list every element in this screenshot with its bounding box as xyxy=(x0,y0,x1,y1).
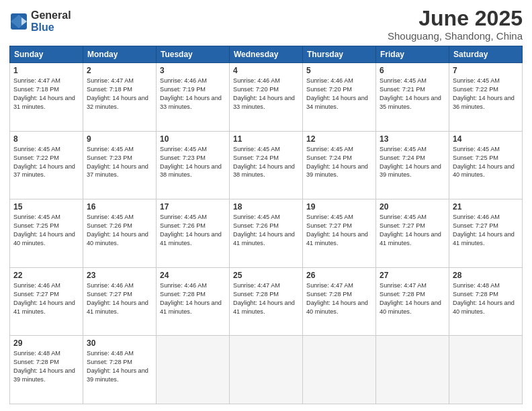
day-info: Sunrise: 4:46 AMSunset: 7:19 PMDaylight:… xyxy=(160,77,226,111)
day-info: Sunrise: 4:46 AMSunset: 7:20 PMDaylight:… xyxy=(233,77,299,111)
calendar-cell: 5Sunrise: 4:46 AMSunset: 7:20 PMDaylight… xyxy=(303,63,376,132)
day-info: Sunrise: 4:45 AMSunset: 7:27 PMDaylight:… xyxy=(306,213,372,248)
title-block: June 2025 Shouguang, Shandong, China xyxy=(388,7,523,42)
day-number: 11 xyxy=(233,134,299,144)
calendar-cell: 2Sunrise: 4:47 AMSunset: 7:18 PMDaylight… xyxy=(83,63,157,132)
day-info: Sunrise: 4:46 AMSunset: 7:27 PMDaylight:… xyxy=(87,281,152,316)
day-number: 25 xyxy=(233,271,299,280)
th-saturday: Saturday xyxy=(449,46,523,63)
calendar-cell: 12Sunrise: 4:45 AMSunset: 7:24 PMDayligh… xyxy=(303,131,376,199)
day-number: 18 xyxy=(233,202,299,212)
day-number: 7 xyxy=(453,66,519,75)
calendar-cell: 22Sunrise: 4:46 AMSunset: 7:27 PMDayligh… xyxy=(10,267,83,336)
calendar-cell xyxy=(230,336,303,404)
calendar-cell: 29Sunrise: 4:48 AMSunset: 7:28 PMDayligh… xyxy=(10,336,83,404)
day-number: 29 xyxy=(13,338,79,348)
day-number: 5 xyxy=(306,66,372,75)
calendar-cell: 23Sunrise: 4:46 AMSunset: 7:27 PMDayligh… xyxy=(83,267,157,336)
day-info: Sunrise: 4:47 AMSunset: 7:28 PMDaylight:… xyxy=(380,281,445,316)
calendar-cell: 19Sunrise: 4:45 AMSunset: 7:27 PMDayligh… xyxy=(303,199,376,268)
calendar-cell: 14Sunrise: 4:45 AMSunset: 7:25 PMDayligh… xyxy=(449,131,523,199)
calendar-cell: 27Sunrise: 4:47 AMSunset: 7:28 PMDayligh… xyxy=(376,267,449,336)
day-number: 21 xyxy=(453,202,519,212)
day-number: 26 xyxy=(306,271,372,280)
day-number: 8 xyxy=(13,134,79,144)
day-info: Sunrise: 4:48 AMSunset: 7:28 PMDaylight:… xyxy=(453,281,519,316)
calendar-cell: 4Sunrise: 4:46 AMSunset: 7:20 PMDaylight… xyxy=(230,63,303,132)
calendar-cell: 9Sunrise: 4:45 AMSunset: 7:23 PMDaylight… xyxy=(83,131,157,199)
calendar-cell xyxy=(376,336,449,404)
calendar-week-2: 8Sunrise: 4:45 AMSunset: 7:22 PMDaylight… xyxy=(10,131,523,199)
day-number: 12 xyxy=(306,134,372,144)
day-number: 15 xyxy=(13,202,79,212)
th-thursday: Thursday xyxy=(303,46,376,63)
calendar-week-3: 15Sunrise: 4:45 AMSunset: 7:25 PMDayligh… xyxy=(10,199,523,268)
day-info: Sunrise: 4:48 AMSunset: 7:28 PMDaylight:… xyxy=(13,349,79,384)
day-info: Sunrise: 4:47 AMSunset: 7:18 PMDaylight:… xyxy=(87,77,152,111)
day-info: Sunrise: 4:46 AMSunset: 7:27 PMDaylight:… xyxy=(13,281,79,316)
day-number: 16 xyxy=(87,202,152,212)
day-info: Sunrise: 4:45 AMSunset: 7:21 PMDaylight:… xyxy=(380,77,445,111)
calendar-week-1: 1Sunrise: 4:47 AMSunset: 7:18 PMDaylight… xyxy=(10,63,523,132)
day-info: Sunrise: 4:45 AMSunset: 7:26 PMDaylight:… xyxy=(87,213,152,248)
th-wednesday: Wednesday xyxy=(230,46,303,63)
day-number: 13 xyxy=(380,134,445,144)
calendar-cell: 20Sunrise: 4:45 AMSunset: 7:27 PMDayligh… xyxy=(376,199,449,268)
day-info: Sunrise: 4:45 AMSunset: 7:25 PMDaylight:… xyxy=(453,145,519,180)
day-info: Sunrise: 4:47 AMSunset: 7:18 PMDaylight:… xyxy=(13,77,79,111)
day-info: Sunrise: 4:45 AMSunset: 7:23 PMDaylight:… xyxy=(160,145,226,180)
calendar-cell xyxy=(157,336,230,404)
day-info: Sunrise: 4:46 AMSunset: 7:28 PMDaylight:… xyxy=(160,281,226,316)
calendar-cell: 11Sunrise: 4:45 AMSunset: 7:24 PMDayligh… xyxy=(230,131,303,199)
day-info: Sunrise: 4:45 AMSunset: 7:22 PMDaylight:… xyxy=(13,145,79,180)
calendar-cell: 28Sunrise: 4:48 AMSunset: 7:28 PMDayligh… xyxy=(449,267,523,336)
location: Shouguang, Shandong, China xyxy=(388,30,523,42)
day-number: 17 xyxy=(160,202,226,212)
calendar-cell: 6Sunrise: 4:45 AMSunset: 7:21 PMDaylight… xyxy=(376,63,449,132)
day-info: Sunrise: 4:45 AMSunset: 7:25 PMDaylight:… xyxy=(13,213,79,248)
calendar-week-5: 29Sunrise: 4:48 AMSunset: 7:28 PMDayligh… xyxy=(10,336,523,404)
day-number: 23 xyxy=(87,271,152,280)
logo-blue: Blue xyxy=(31,21,71,34)
day-info: Sunrise: 4:45 AMSunset: 7:22 PMDaylight:… xyxy=(453,77,519,111)
calendar-cell: 21Sunrise: 4:46 AMSunset: 7:27 PMDayligh… xyxy=(449,199,523,268)
day-number: 4 xyxy=(233,66,299,75)
th-friday: Friday xyxy=(376,46,449,63)
calendar-cell: 25Sunrise: 4:47 AMSunset: 7:28 PMDayligh… xyxy=(230,267,303,336)
day-info: Sunrise: 4:45 AMSunset: 7:23 PMDaylight:… xyxy=(87,145,152,180)
day-number: 27 xyxy=(380,271,445,280)
calendar-cell: 15Sunrise: 4:45 AMSunset: 7:25 PMDayligh… xyxy=(10,199,83,268)
day-number: 14 xyxy=(453,134,519,144)
calendar-cell: 8Sunrise: 4:45 AMSunset: 7:22 PMDaylight… xyxy=(10,131,83,199)
day-number: 2 xyxy=(87,66,152,75)
th-sunday: Sunday xyxy=(10,46,83,63)
day-number: 6 xyxy=(380,66,445,75)
day-info: Sunrise: 4:45 AMSunset: 7:27 PMDaylight:… xyxy=(380,213,445,248)
day-info: Sunrise: 4:47 AMSunset: 7:28 PMDaylight:… xyxy=(306,281,372,316)
day-number: 10 xyxy=(160,134,226,144)
day-info: Sunrise: 4:45 AMSunset: 7:26 PMDaylight:… xyxy=(160,213,226,248)
day-info: Sunrise: 4:45 AMSunset: 7:24 PMDaylight:… xyxy=(306,145,372,180)
calendar-cell: 7Sunrise: 4:45 AMSunset: 7:22 PMDaylight… xyxy=(449,63,523,132)
calendar-cell: 1Sunrise: 4:47 AMSunset: 7:18 PMDaylight… xyxy=(10,63,83,132)
logo: General Blue xyxy=(9,9,71,33)
calendar-table: Sunday Monday Tuesday Wednesday Thursday… xyxy=(9,46,523,404)
calendar-cell xyxy=(449,336,523,404)
day-number: 28 xyxy=(453,271,519,280)
day-info: Sunrise: 4:46 AMSunset: 7:27 PMDaylight:… xyxy=(453,213,519,248)
th-tuesday: Tuesday xyxy=(157,46,230,63)
day-info: Sunrise: 4:47 AMSunset: 7:28 PMDaylight:… xyxy=(233,281,299,316)
calendar-week-4: 22Sunrise: 4:46 AMSunset: 7:27 PMDayligh… xyxy=(10,267,523,336)
logo-general: General xyxy=(31,9,71,21)
th-monday: Monday xyxy=(83,46,157,63)
calendar-cell: 18Sunrise: 4:45 AMSunset: 7:26 PMDayligh… xyxy=(230,199,303,268)
calendar-cell: 13Sunrise: 4:45 AMSunset: 7:24 PMDayligh… xyxy=(376,131,449,199)
day-number: 9 xyxy=(87,134,152,144)
calendar-cell: 17Sunrise: 4:45 AMSunset: 7:26 PMDayligh… xyxy=(157,199,230,268)
day-number: 1 xyxy=(13,66,79,75)
calendar-cell: 3Sunrise: 4:46 AMSunset: 7:19 PMDaylight… xyxy=(157,63,230,132)
day-number: 20 xyxy=(380,202,445,212)
day-info: Sunrise: 4:45 AMSunset: 7:26 PMDaylight:… xyxy=(233,213,299,248)
calendar-cell: 16Sunrise: 4:45 AMSunset: 7:26 PMDayligh… xyxy=(83,199,157,268)
header: General Blue June 2025 Shouguang, Shando… xyxy=(9,7,523,42)
